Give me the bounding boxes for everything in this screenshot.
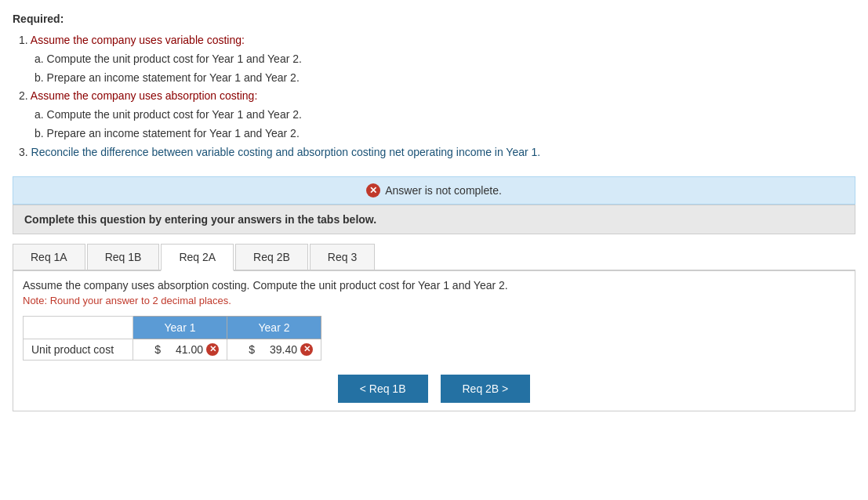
required-heading: Required: [13,13,855,25]
nav-buttons: < Req 1B Req 2B > [23,375,845,403]
col-header-year1: Year 1 [133,316,227,339]
col-header-year2: Year 2 [227,316,321,339]
year1-value[interactable]: 41.00 [164,343,203,356]
tab-req-1a[interactable]: Req 1A [13,244,85,270]
unit-cost-table: Year 1 Year 2 Unit product cost $ 41.00 … [23,316,321,361]
req-item-2: 2. Assume the company uses absorption co… [19,87,855,143]
tab-req-2a[interactable]: Req 2A [161,244,234,271]
req-2-sub-a: a. Compute the unit product cost for Yea… [35,106,855,125]
req-1-sub-a: a. Compute the unit product cost for Yea… [35,50,855,69]
unit-cost-label: Unit product cost [24,339,133,360]
answer-banner-text: Answer is not complete. [385,184,502,197]
note-text: Note: Round your answer to 2 decimal pla… [23,295,845,306]
complete-instruction: Complete this question by entering your … [13,205,855,234]
req-2-sub-b: b. Prepare an income statement for Year … [35,125,855,143]
year2-value[interactable]: 39.40 [258,343,297,356]
tabs-container: Req 1A Req 1B Req 2A Req 2B Req 3 [13,244,855,271]
col-header-label [24,316,133,339]
unit-cost-year2[interactable]: $ 39.40 ✕ [227,339,321,360]
requirements-list: 1. Assume the company uses variable cost… [19,31,855,162]
req-1-number: 1. [19,34,31,46]
tab-req-1b[interactable]: Req 1B [87,244,160,270]
req-2-number: 2. [19,89,31,102]
req-3-number: 3. [19,146,31,158]
table-row: Unit product cost $ 41.00 ✕ $ 39.40 ✕ [24,339,321,360]
prev-button[interactable]: < Req 1B [338,375,428,403]
req-1-text: Assume the company uses variable costing… [31,34,245,46]
error-icon: ✕ [366,183,380,197]
tab-req-3[interactable]: Req 3 [310,244,375,270]
req-2-text: Assume the company uses absorption costi… [31,89,258,102]
year1-prefix: $ [154,343,161,356]
next-button[interactable]: Req 2B > [441,375,531,403]
content-area: Assume the company uses absorption costi… [13,271,855,411]
req-3-text: Reconcile the difference between variabl… [31,146,541,158]
year2-error-icon: ✕ [300,343,313,356]
tab-req-2b[interactable]: Req 2B [235,244,308,270]
unit-cost-year1[interactable]: $ 41.00 ✕ [133,339,227,360]
content-description: Assume the company uses absorption costi… [23,279,845,292]
req-1-sub-b: b. Prepare an income statement for Year … [35,69,855,88]
req-item-1: 1. Assume the company uses variable cost… [19,31,855,87]
year1-error-icon: ✕ [206,343,219,356]
year2-prefix: $ [249,343,255,356]
answer-banner: ✕ Answer is not complete. [13,176,855,205]
req-item-3: 3. Reconcile the difference between vari… [19,143,855,162]
